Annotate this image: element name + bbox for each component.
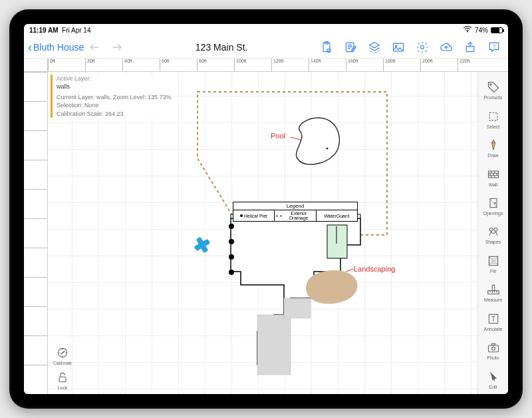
vertical-ruler [24,72,48,394]
nav-icons: $ ? [319,40,504,55]
svg-rect-26 [489,112,497,120]
svg-point-15 [229,224,234,229]
svg-point-25 [489,84,491,85]
wall-tool[interactable]: Wall [478,162,508,191]
share-icon[interactable] [463,40,477,55]
wifi-icon [463,26,472,34]
page-title: 123 Main St. [128,42,315,53]
svg-point-11 [327,148,329,150]
fill-tool[interactable]: Fill [478,250,508,278]
svg-text:T: T [491,315,495,323]
annotate-tool[interactable]: TAnnotate [478,308,508,336]
undo-button[interactable] [88,39,104,55]
pool-annotation: Pool [271,132,285,140]
help-icon[interactable]: ? [487,40,501,55]
screen: 11:19 AM Fri Apr 14 74% ‹ Bluth House [24,24,508,394]
legend-box: Legend Helical Pier Exterior Drainage Wa… [233,202,358,222]
svg-rect-33 [487,291,499,294]
drawing-canvas[interactable]: Active Layer: walls Current Layer: walls… [48,72,477,394]
status-time: 11:19 AM Fri Apr 14 [29,27,90,34]
horizontal-ruler: 0ft20ft40ft60ft80ft100ft120ft140ft160ft1… [24,59,508,72]
svg-rect-37 [488,345,498,352]
svg-rect-24 [59,377,66,382]
calibrate-tool[interactable]: Calibrate [52,346,73,365]
back-button[interactable]: ‹ Bluth House [28,41,84,53]
svg-point-16 [229,239,234,244]
shapes-tool[interactable]: Shapes [478,220,508,249]
svg-point-30 [489,228,493,232]
svg-rect-22 [284,298,311,318]
clipboard-icon[interactable]: $ [319,40,334,55]
svg-point-0 [467,31,468,33]
photo-tool[interactable]: Photo [478,336,508,365]
legend-item: Exterior Drainage [275,210,316,221]
svg-rect-21 [257,315,291,375]
svg-rect-39 [491,343,495,345]
svg-text:?: ? [493,43,495,49]
measure-tool[interactable]: Measure [478,278,508,307]
landscaping-annotation: Landscaping [354,265,395,273]
layers-icon[interactable] [367,40,382,55]
svg-rect-13 [327,225,347,258]
products-tool[interactable]: Products [478,76,508,104]
svg-point-8 [421,45,424,49]
lock-tool[interactable]: Lock [52,371,73,390]
chevron-left-icon: ‹ [28,41,32,53]
battery-percent: 74% [475,27,488,34]
cloud-upload-icon[interactable] [439,40,454,55]
edit-tool[interactable]: Edit [478,365,508,394]
settings-icon[interactable] [415,40,430,55]
floor-plan-drawing: Pool Landscaping Legend Helical Pier Ext… [48,72,477,394]
svg-point-38 [491,347,495,350]
openings-tool[interactable]: Openings [478,192,508,220]
svg-point-18 [229,270,234,275]
back-label: Bluth House [33,42,84,53]
svg-point-29 [494,202,495,204]
select-tool[interactable]: Select [478,104,508,133]
edit-form-icon[interactable] [343,40,358,55]
legend-title: Legend [233,202,357,210]
svg-rect-34 [492,286,494,291]
battery-icon [491,27,503,33]
tablet-frame: 11:19 AM Fri Apr 14 74% ‹ Bluth House [9,9,523,409]
draw-tool[interactable]: Draw [478,134,508,162]
right-toolbar: Products Select Draw Wall Openings Shape… [477,72,508,394]
image-icon[interactable] [391,40,406,55]
nav-bar: ‹ Bluth House 123 Main St. $ ? [24,36,508,59]
left-tools: Calibrate Lock [52,346,73,390]
redo-button[interactable] [108,39,124,55]
svg-point-31 [493,228,497,232]
legend-item: Helical Pier [233,210,275,221]
svg-point-17 [229,254,234,260]
legend-item: WaterGuard [317,210,357,221]
status-bar: 11:19 AM Fri Apr 14 74% [24,24,508,36]
